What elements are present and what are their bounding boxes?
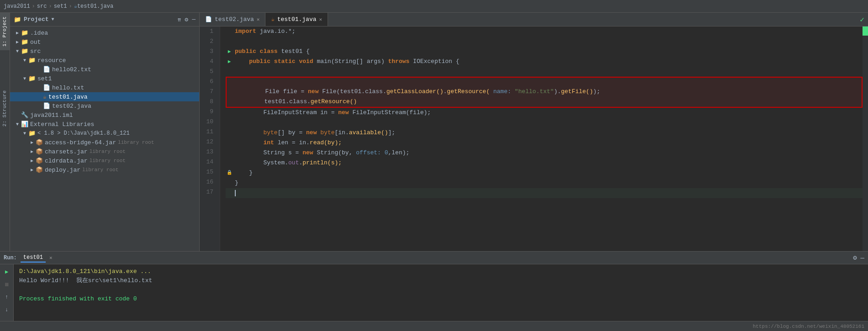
breadcrumb: java2011 › src › set1 › ☕ test01.java bbox=[0, 0, 868, 13]
tab-test01[interactable]: ☕ test01.java ✕ bbox=[265, 13, 328, 26]
tree-item-set1[interactable]: ▼ 📁 set1 bbox=[10, 74, 199, 83]
tree-item-deploy[interactable]: ▶ 📦 deploy.jar library root bbox=[10, 165, 199, 174]
console-line-2: Hello World!!! 我在src\set1\hello.txt bbox=[19, 276, 863, 285]
code-line-3: ▶ public class test01 { bbox=[226, 47, 863, 57]
bottom-tab-test01[interactable]: test01 bbox=[21, 253, 46, 263]
tree-label-deploy: deploy.jar bbox=[45, 167, 80, 173]
project-panel-header: 📁 Project ▼ ⇈ ⚙ — bbox=[10, 13, 199, 26]
tab-icon-test02: 📄 bbox=[205, 16, 212, 23]
breadcrumb-item-0[interactable]: java2011 bbox=[4, 3, 30, 10]
folder-icon-src: 📁 bbox=[21, 47, 28, 55]
tree-item-java2011iml[interactable]: 🔧 java2011.iml bbox=[10, 110, 199, 120]
bottom-tab-close[interactable]: ✕ bbox=[49, 255, 53, 261]
tree-item-hellotxt[interactable]: 📄 hello.txt bbox=[10, 83, 199, 92]
run-button[interactable]: ▶ bbox=[2, 267, 11, 276]
tab-test02[interactable]: 📄 test02.java ✕ bbox=[200, 13, 265, 26]
tree-item-charsets[interactable]: ▶ 📦 charsets.jar library root bbox=[10, 147, 199, 156]
project-header-actions: ⇈ ⚙ — bbox=[178, 16, 196, 23]
gutter-breakpoint-15[interactable]: 🔒 bbox=[226, 168, 233, 178]
token-7-11: ). bbox=[554, 87, 561, 97]
line-num-8: 8 bbox=[200, 97, 216, 107]
scroll-down-button[interactable]: ↓ bbox=[2, 305, 11, 315]
tab-close-test01[interactable]: ✕ bbox=[319, 16, 323, 22]
token-15-1: } bbox=[235, 168, 253, 178]
sidebar-tab-structure[interactable]: 2: Structure bbox=[0, 87, 10, 130]
tree-item-jdk18[interactable]: ▼ 📁 < 1.8 > D:\Java\jdk1.8.0_121 bbox=[10, 129, 199, 138]
token-7-1 bbox=[237, 87, 265, 97]
tree-item-resource[interactable]: ▼ 📁 resource bbox=[10, 56, 199, 65]
settings-gear-icon[interactable]: ⚙ bbox=[853, 254, 857, 262]
token-4-3: void bbox=[299, 57, 317, 67]
breadcrumb-sep-1: › bbox=[48, 3, 52, 10]
breadcrumb-sep-2: › bbox=[69, 3, 72, 10]
settings-icon[interactable]: ⚙ bbox=[185, 16, 188, 23]
bottom-minimize-icon[interactable]: — bbox=[861, 254, 864, 262]
token-4-5: IOException { bbox=[413, 57, 459, 67]
token-12-4: read(by); bbox=[310, 138, 342, 148]
line-num-17: 17 bbox=[200, 187, 216, 197]
tab-close-test02[interactable]: ✕ bbox=[257, 16, 260, 22]
console-content: D:\Java\jdk1.8.0_121\bin\java.exe ... He… bbox=[14, 264, 868, 321]
line-num-2: 2 bbox=[200, 37, 216, 47]
collapse-all-icon[interactable]: ⇈ bbox=[178, 16, 181, 23]
console-line-3 bbox=[19, 285, 863, 294]
scroll-up-button[interactable]: ↑ bbox=[2, 293, 11, 302]
tree-label-hello02txt: hello02.txt bbox=[52, 66, 91, 73]
tree-dim-access: library root bbox=[118, 140, 154, 145]
code-line-8: test01.class.getResource() bbox=[226, 97, 863, 108]
breadcrumb-icon: ☕ bbox=[74, 3, 77, 10]
tree-label-resource: resource bbox=[37, 57, 66, 64]
token-7-9: name: bbox=[490, 87, 515, 97]
token-8-1: test01.class. bbox=[236, 97, 311, 107]
breadcrumb-item-1[interactable]: src bbox=[37, 3, 47, 10]
gutter-run-3[interactable]: ▶ bbox=[226, 47, 233, 57]
sidebar-tab-project[interactable]: 1: Project bbox=[0, 13, 10, 50]
token-7-12: getFile() bbox=[561, 87, 593, 97]
tree-label-java2011iml: java2011.iml bbox=[30, 112, 73, 119]
tree-label-src: src bbox=[30, 48, 41, 55]
token-7-3: file = bbox=[283, 87, 308, 97]
tree-item-hello02txt[interactable]: 📄 hello02.txt bbox=[10, 65, 199, 74]
token-1-2: java.io.*; bbox=[260, 26, 296, 37]
tree-item-src[interactable]: ▼ 📁 src bbox=[10, 47, 199, 56]
token-11-1 bbox=[235, 128, 263, 138]
token-13-2: new bbox=[302, 148, 317, 158]
cursor-blink bbox=[235, 190, 236, 196]
token-9-2: new bbox=[338, 108, 352, 118]
tree-item-idea[interactable]: ▶ 📁 .idea bbox=[10, 28, 199, 37]
tree-item-access[interactable]: ▶ 📦 access-bridge-64.jar library root bbox=[10, 138, 199, 147]
tree-label-access: access-bridge-64.jar bbox=[45, 139, 116, 146]
bottom-area: ▶ ⏹ ↑ ↓ D:\Java\jdk1.8.0_121\bin\java.ex… bbox=[0, 264, 868, 321]
line-num-12: 12 bbox=[200, 137, 216, 147]
token-9-3: FileInputStream(file); bbox=[352, 108, 431, 118]
breadcrumb-item-3[interactable]: test01.java bbox=[77, 3, 113, 10]
line-num-5: 5 bbox=[200, 67, 216, 77]
token-13-1: String s = bbox=[235, 148, 302, 158]
token-7-2: File bbox=[265, 87, 283, 97]
token-7-8: getResource( bbox=[447, 87, 490, 97]
line-num-9: 9 bbox=[200, 107, 216, 117]
code-line-15: 🔒 } bbox=[226, 168, 863, 178]
tree-label-hellotxt: hello.txt bbox=[52, 84, 84, 91]
project-title: Project bbox=[24, 16, 49, 23]
jar-icon-charsets: 📦 bbox=[36, 148, 43, 155]
tree-item-cldrdata[interactable]: ▶ 📦 cldrdata.jar library root bbox=[10, 156, 199, 165]
line-numbers: 1 2 3 4 5 6 7 8 9 10 11 12 13 14 15 16 1… bbox=[200, 26, 220, 251]
console-line-1: D:\Java\jdk1.8.0_121\bin\java.exe ... bbox=[19, 267, 863, 276]
breadcrumb-sep-0: › bbox=[32, 3, 35, 10]
gutter-run-4[interactable]: ▶ bbox=[226, 57, 233, 67]
tree-item-out[interactable]: ▶ 📁 out bbox=[10, 37, 199, 47]
token-13-6: ,len); bbox=[388, 148, 410, 158]
stop-button[interactable]: ⏹ bbox=[2, 280, 11, 289]
tree-item-test02java[interactable]: 📄 test02.java bbox=[10, 101, 199, 110]
project-dropdown-icon[interactable]: ▼ bbox=[52, 17, 54, 22]
code-editor[interactable]: 1 2 3 4 5 6 7 8 9 10 11 12 13 14 15 16 1… bbox=[200, 26, 868, 251]
bottom-panel: Run: test01 ✕ ⚙ — ▶ ⏹ ↑ ↓ D:\Java\jdk1.8… bbox=[0, 251, 868, 331]
minimize-icon[interactable]: — bbox=[192, 16, 196, 23]
tree-item-test01java[interactable]: ☕ test01.java bbox=[10, 92, 199, 101]
file-icon-hellotxt: 📄 bbox=[43, 84, 50, 91]
tree-item-extlibs[interactable]: ▼ 📊 External Libraries bbox=[10, 120, 199, 129]
breadcrumb-item-2[interactable]: set1 bbox=[54, 3, 67, 10]
code-content[interactable]: import java.io.*; ▶ public class test01 … bbox=[220, 26, 863, 251]
jar-icon-cldrdata: 📦 bbox=[36, 157, 43, 164]
